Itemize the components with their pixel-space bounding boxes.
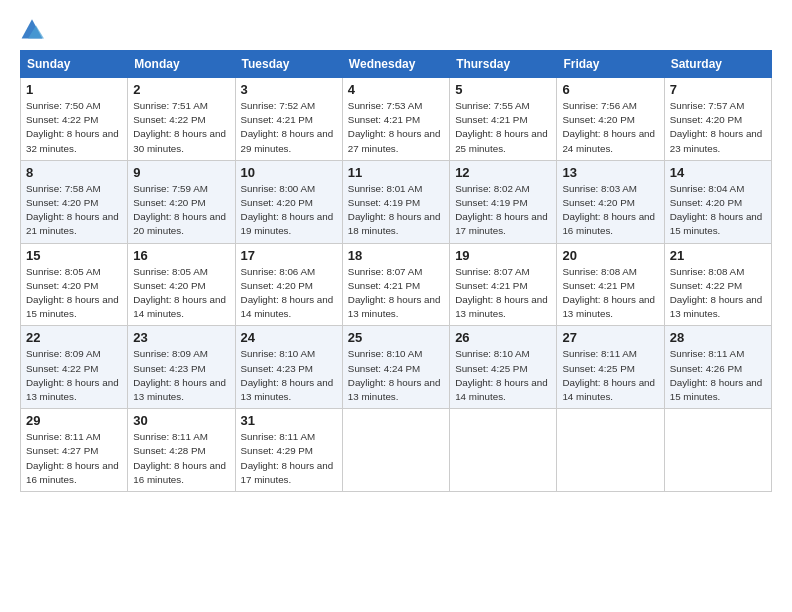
weekday-sunday: Sunday xyxy=(21,51,128,78)
calendar-cell: 27Sunrise: 8:11 AMSunset: 4:25 PMDayligh… xyxy=(557,326,664,409)
day-detail: Sunrise: 8:09 AMSunset: 4:23 PMDaylight:… xyxy=(133,347,229,404)
calendar-cell: 25Sunrise: 8:10 AMSunset: 4:24 PMDayligh… xyxy=(342,326,449,409)
day-number: 23 xyxy=(133,330,229,345)
weekday-monday: Monday xyxy=(128,51,235,78)
calendar-cell: 24Sunrise: 8:10 AMSunset: 4:23 PMDayligh… xyxy=(235,326,342,409)
day-detail: Sunrise: 8:07 AMSunset: 4:21 PMDaylight:… xyxy=(455,265,551,322)
day-detail: Sunrise: 8:11 AMSunset: 4:29 PMDaylight:… xyxy=(241,430,337,487)
day-detail: Sunrise: 8:05 AMSunset: 4:20 PMDaylight:… xyxy=(133,265,229,322)
day-detail: Sunrise: 8:04 AMSunset: 4:20 PMDaylight:… xyxy=(670,182,766,239)
weekday-header-row: SundayMondayTuesdayWednesdayThursdayFrid… xyxy=(21,51,772,78)
day-detail: Sunrise: 8:11 AMSunset: 4:25 PMDaylight:… xyxy=(562,347,658,404)
day-detail: Sunrise: 7:53 AMSunset: 4:21 PMDaylight:… xyxy=(348,99,444,156)
day-detail: Sunrise: 8:05 AMSunset: 4:20 PMDaylight:… xyxy=(26,265,122,322)
calendar-cell: 30Sunrise: 8:11 AMSunset: 4:28 PMDayligh… xyxy=(128,409,235,492)
day-detail: Sunrise: 8:09 AMSunset: 4:22 PMDaylight:… xyxy=(26,347,122,404)
calendar-cell: 14Sunrise: 8:04 AMSunset: 4:20 PMDayligh… xyxy=(664,160,771,243)
week-row-5: 29Sunrise: 8:11 AMSunset: 4:27 PMDayligh… xyxy=(21,409,772,492)
day-number: 15 xyxy=(26,248,122,263)
day-number: 10 xyxy=(241,165,337,180)
day-number: 1 xyxy=(26,82,122,97)
day-number: 27 xyxy=(562,330,658,345)
day-number: 21 xyxy=(670,248,766,263)
day-number: 2 xyxy=(133,82,229,97)
calendar-cell: 19Sunrise: 8:07 AMSunset: 4:21 PMDayligh… xyxy=(450,243,557,326)
calendar-cell: 16Sunrise: 8:05 AMSunset: 4:20 PMDayligh… xyxy=(128,243,235,326)
day-detail: Sunrise: 8:11 AMSunset: 4:27 PMDaylight:… xyxy=(26,430,122,487)
day-number: 19 xyxy=(455,248,551,263)
day-detail: Sunrise: 7:52 AMSunset: 4:21 PMDaylight:… xyxy=(241,99,337,156)
calendar-cell xyxy=(342,409,449,492)
day-number: 17 xyxy=(241,248,337,263)
calendar-cell: 23Sunrise: 8:09 AMSunset: 4:23 PMDayligh… xyxy=(128,326,235,409)
calendar-cell: 10Sunrise: 8:00 AMSunset: 4:20 PMDayligh… xyxy=(235,160,342,243)
day-detail: Sunrise: 8:08 AMSunset: 4:22 PMDaylight:… xyxy=(670,265,766,322)
day-detail: Sunrise: 8:07 AMSunset: 4:21 PMDaylight:… xyxy=(348,265,444,322)
calendar-cell: 18Sunrise: 8:07 AMSunset: 4:21 PMDayligh… xyxy=(342,243,449,326)
day-detail: Sunrise: 7:56 AMSunset: 4:20 PMDaylight:… xyxy=(562,99,658,156)
calendar-cell xyxy=(557,409,664,492)
calendar-cell: 22Sunrise: 8:09 AMSunset: 4:22 PMDayligh… xyxy=(21,326,128,409)
calendar-cell: 2Sunrise: 7:51 AMSunset: 4:22 PMDaylight… xyxy=(128,78,235,161)
day-detail: Sunrise: 8:11 AMSunset: 4:28 PMDaylight:… xyxy=(133,430,229,487)
day-detail: Sunrise: 7:50 AMSunset: 4:22 PMDaylight:… xyxy=(26,99,122,156)
calendar-cell: 28Sunrise: 8:11 AMSunset: 4:26 PMDayligh… xyxy=(664,326,771,409)
week-row-4: 22Sunrise: 8:09 AMSunset: 4:22 PMDayligh… xyxy=(21,326,772,409)
day-number: 12 xyxy=(455,165,551,180)
calendar-cell: 29Sunrise: 8:11 AMSunset: 4:27 PMDayligh… xyxy=(21,409,128,492)
day-number: 16 xyxy=(133,248,229,263)
day-number: 26 xyxy=(455,330,551,345)
day-number: 29 xyxy=(26,413,122,428)
week-row-1: 1Sunrise: 7:50 AMSunset: 4:22 PMDaylight… xyxy=(21,78,772,161)
calendar-cell: 7Sunrise: 7:57 AMSunset: 4:20 PMDaylight… xyxy=(664,78,771,161)
calendar-cell: 8Sunrise: 7:58 AMSunset: 4:20 PMDaylight… xyxy=(21,160,128,243)
day-detail: Sunrise: 8:06 AMSunset: 4:20 PMDaylight:… xyxy=(241,265,337,322)
day-number: 13 xyxy=(562,165,658,180)
calendar-cell: 5Sunrise: 7:55 AMSunset: 4:21 PMDaylight… xyxy=(450,78,557,161)
header xyxy=(20,16,772,40)
weekday-tuesday: Tuesday xyxy=(235,51,342,78)
page: SundayMondayTuesdayWednesdayThursdayFrid… xyxy=(0,0,792,612)
calendar-cell: 4Sunrise: 7:53 AMSunset: 4:21 PMDaylight… xyxy=(342,78,449,161)
day-detail: Sunrise: 7:55 AMSunset: 4:21 PMDaylight:… xyxy=(455,99,551,156)
day-number: 31 xyxy=(241,413,337,428)
calendar-cell: 12Sunrise: 8:02 AMSunset: 4:19 PMDayligh… xyxy=(450,160,557,243)
day-number: 28 xyxy=(670,330,766,345)
calendar-cell: 1Sunrise: 7:50 AMSunset: 4:22 PMDaylight… xyxy=(21,78,128,161)
day-number: 9 xyxy=(133,165,229,180)
day-detail: Sunrise: 8:11 AMSunset: 4:26 PMDaylight:… xyxy=(670,347,766,404)
day-detail: Sunrise: 7:51 AMSunset: 4:22 PMDaylight:… xyxy=(133,99,229,156)
week-row-3: 15Sunrise: 8:05 AMSunset: 4:20 PMDayligh… xyxy=(21,243,772,326)
day-detail: Sunrise: 8:01 AMSunset: 4:19 PMDaylight:… xyxy=(348,182,444,239)
day-detail: Sunrise: 7:57 AMSunset: 4:20 PMDaylight:… xyxy=(670,99,766,156)
day-number: 20 xyxy=(562,248,658,263)
calendar-cell: 6Sunrise: 7:56 AMSunset: 4:20 PMDaylight… xyxy=(557,78,664,161)
logo xyxy=(20,16,48,40)
calendar-cell: 13Sunrise: 8:03 AMSunset: 4:20 PMDayligh… xyxy=(557,160,664,243)
weekday-thursday: Thursday xyxy=(450,51,557,78)
day-number: 8 xyxy=(26,165,122,180)
logo-icon xyxy=(20,16,44,40)
day-detail: Sunrise: 8:00 AMSunset: 4:20 PMDaylight:… xyxy=(241,182,337,239)
calendar-cell: 9Sunrise: 7:59 AMSunset: 4:20 PMDaylight… xyxy=(128,160,235,243)
calendar-cell: 3Sunrise: 7:52 AMSunset: 4:21 PMDaylight… xyxy=(235,78,342,161)
day-number: 22 xyxy=(26,330,122,345)
day-number: 4 xyxy=(348,82,444,97)
day-detail: Sunrise: 7:59 AMSunset: 4:20 PMDaylight:… xyxy=(133,182,229,239)
calendar-cell: 20Sunrise: 8:08 AMSunset: 4:21 PMDayligh… xyxy=(557,243,664,326)
day-detail: Sunrise: 8:03 AMSunset: 4:20 PMDaylight:… xyxy=(562,182,658,239)
calendar-cell: 26Sunrise: 8:10 AMSunset: 4:25 PMDayligh… xyxy=(450,326,557,409)
day-detail: Sunrise: 7:58 AMSunset: 4:20 PMDaylight:… xyxy=(26,182,122,239)
calendar-cell xyxy=(450,409,557,492)
day-number: 18 xyxy=(348,248,444,263)
day-number: 5 xyxy=(455,82,551,97)
calendar-cell: 11Sunrise: 8:01 AMSunset: 4:19 PMDayligh… xyxy=(342,160,449,243)
day-number: 6 xyxy=(562,82,658,97)
calendar-table: SundayMondayTuesdayWednesdayThursdayFrid… xyxy=(20,50,772,492)
day-number: 11 xyxy=(348,165,444,180)
day-detail: Sunrise: 8:10 AMSunset: 4:25 PMDaylight:… xyxy=(455,347,551,404)
day-detail: Sunrise: 8:02 AMSunset: 4:19 PMDaylight:… xyxy=(455,182,551,239)
weekday-saturday: Saturday xyxy=(664,51,771,78)
day-detail: Sunrise: 8:08 AMSunset: 4:21 PMDaylight:… xyxy=(562,265,658,322)
day-number: 30 xyxy=(133,413,229,428)
